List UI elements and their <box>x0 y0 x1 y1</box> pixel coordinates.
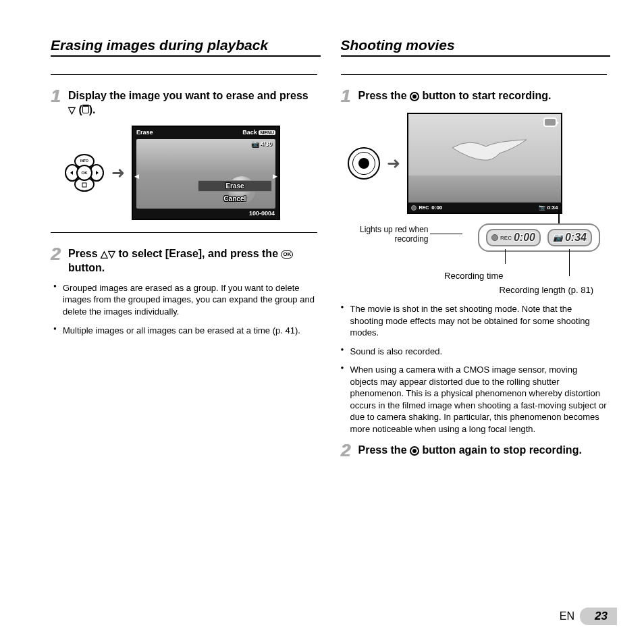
page-footer: EN 23 <box>560 608 617 625</box>
arrow-right-icon: ➜ <box>387 154 400 173</box>
rec-bubble: REC 0:00 📷 0:34 <box>478 223 600 252</box>
right-step-2: 2 Press the button again to stop recordi… <box>341 441 608 459</box>
movie-screen: REC 0:00 📷 0:34 <box>407 113 562 214</box>
right-figure: ➜ REC 0:00 📷 0:34 <box>348 113 608 214</box>
ok-button-icon: OK <box>281 250 293 259</box>
record-button-large-icon <box>348 147 380 180</box>
dpad-ok-label: OK <box>82 171 88 175</box>
record-button-icon <box>410 446 419 456</box>
option-cancel: Cancel <box>198 194 272 204</box>
page-number: 23 <box>580 608 617 625</box>
step-text: Press the button to start recording. <box>358 89 552 105</box>
up-triangle-icon <box>101 247 108 261</box>
rec-indicator-icon <box>411 205 417 211</box>
rec-length-small: 📷 0:34 <box>539 205 558 211</box>
arrow-right-icon: ➜ <box>111 163 125 182</box>
right-step-1: 1 Press the button to start recording. <box>341 87 608 105</box>
dpad-icon: INFO OK <box>64 153 105 192</box>
camera-icon: 📷 <box>553 233 563 242</box>
note: The movie is shot in the set shooting mo… <box>341 303 608 339</box>
note: Multiple images or all images can be era… <box>53 325 317 337</box>
col-erasing: Erasing images during playback 1 Display… <box>51 37 317 466</box>
rec-pill: REC 0:00 <box>486 229 541 246</box>
trash-icon <box>82 106 89 113</box>
rec-bubble-time: 0:00 <box>514 232 535 244</box>
step-number: 1 <box>341 87 353 105</box>
step-text: Press the button again to stop recording… <box>358 444 582 459</box>
image-counter: 📷 4/30 <box>251 140 272 147</box>
left-step-2: 2 Press to select [Erase], and press the… <box>51 245 317 275</box>
step-text: Press to select [Erase], and press the O… <box>68 247 317 275</box>
down-triangle-icon <box>68 103 76 117</box>
note: Sound is also recorded. <box>341 346 608 358</box>
language-label: EN <box>560 610 574 622</box>
left-step-1: 1 Display the image you want to erase an… <box>51 87 317 117</box>
step-text: Display the image you want to erase and … <box>68 89 317 117</box>
rec-time: 0:00 <box>431 205 442 211</box>
rec-bubble-length: 0:34 <box>565 232 587 244</box>
note: When using a camera with a CMOS image se… <box>341 364 608 435</box>
note: Grouped images are erased as a group. If… <box>53 282 317 318</box>
option-erase: Erase <box>198 180 272 192</box>
rec-bubble-callouts: REC 0:00 📷 0:34 Lights up red when recor… <box>341 223 608 277</box>
screen-back: Back <box>242 129 257 136</box>
dpad-info-label: INFO <box>80 159 88 163</box>
step-number: 2 <box>51 245 63 275</box>
down-triangle-icon <box>108 247 115 261</box>
len-pill: 📷 0:34 <box>547 229 592 246</box>
screen-title: Erase <box>136 129 153 136</box>
menu-badge: MENU <box>259 130 275 135</box>
step-number: 1 <box>51 87 63 117</box>
nav-right-icon: ▶ <box>273 173 277 180</box>
callout-lights: Lights up red when recording <box>327 225 429 244</box>
movie-mode-icon <box>543 117 557 127</box>
heading-movies-text: Shooting movies <box>341 37 455 53</box>
heading-erasing-text: Erasing images during playback <box>51 37 268 53</box>
left-notes: Grouped images are erased as a group. If… <box>53 282 317 336</box>
nav-left-icon: ◀ <box>134 173 139 180</box>
callout-recording-length: Recording length (p. 81) <box>341 285 594 295</box>
rec-dot-icon <box>491 234 498 241</box>
rec-badge-text: REC <box>500 235 512 241</box>
heading-movies: Shooting movies <box>341 37 608 55</box>
step-number: 2 <box>341 441 353 459</box>
rec-label: REC <box>419 205 429 210</box>
record-button-icon <box>410 92 419 101</box>
right-notes: The movie is shot in the set shooting mo… <box>341 303 608 435</box>
erase-screen: Erase Back MENU 📷 4/30 ◀ ▶ Erase Cancel … <box>132 126 280 220</box>
col-movies: Shooting movies 1 Press the button to st… <box>341 37 608 466</box>
file-number: 100-0004 <box>249 210 275 217</box>
seagull-icon <box>449 134 530 168</box>
heading-erasing: Erasing images during playback <box>51 37 317 55</box>
left-figure: INFO OK ➜ Erase Back MENU 📷 4/30 ◀ ▶ Era… <box>64 126 317 220</box>
